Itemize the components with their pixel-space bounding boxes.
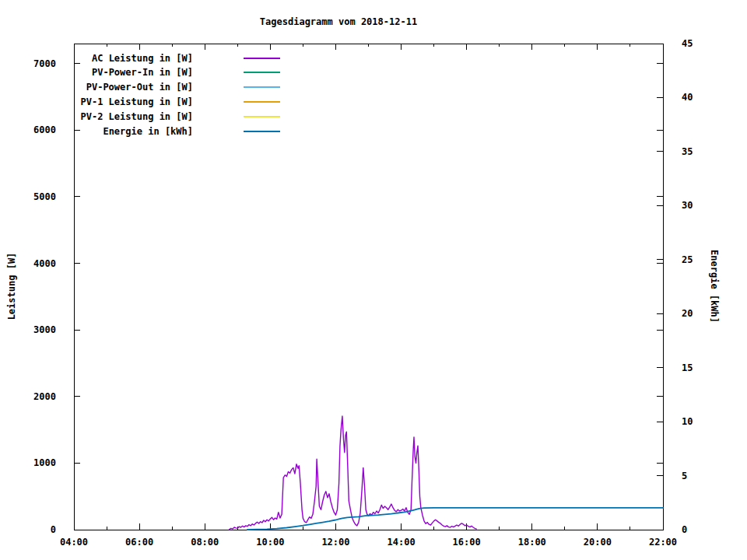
series-line-0 bbox=[230, 416, 477, 530]
legend-label: PV-2 Leistung in [W] bbox=[0, 111, 193, 122]
y-right-tick-label: 35 bbox=[682, 146, 693, 157]
y-right-tick-label: 0 bbox=[682, 524, 687, 535]
y-right-tick-label: 45 bbox=[682, 38, 693, 49]
y-right-tick-label: 10 bbox=[682, 416, 693, 427]
legend-label: AC Leistung in [W] bbox=[0, 53, 193, 64]
y-left-tick-label: 0 bbox=[51, 524, 56, 535]
legend-label: Energie in [kWh] bbox=[0, 126, 193, 137]
x-axis-tick-label: 12:00 bbox=[321, 537, 349, 548]
x-axis-tick-label: 16:00 bbox=[453, 537, 481, 548]
legend-label: PV-Power-Out in [W] bbox=[0, 82, 193, 93]
legend-label: PV-1 Leistung in [W] bbox=[0, 96, 193, 107]
x-axis-tick-label: 06:00 bbox=[125, 537, 153, 548]
y-right-tick-label: 5 bbox=[682, 471, 687, 481]
legend-item: PV-Power-In in [W] bbox=[0, 67, 280, 78]
y-right-tick-label: 15 bbox=[682, 362, 693, 373]
x-axis-tick-label: 20:00 bbox=[584, 537, 612, 548]
legend-line-sample bbox=[244, 58, 280, 59]
y-left-tick-label: 4000 bbox=[33, 258, 56, 269]
legend-line-sample bbox=[244, 131, 280, 132]
legend-item: PV-1 Leistung in [W] bbox=[0, 96, 280, 107]
chart-title: Tagesdiagramm vom 2018-12-11 bbox=[260, 16, 417, 27]
legend-item: PV-Power-Out in [W] bbox=[0, 82, 280, 93]
legend-item: Energie in [kWh] bbox=[0, 126, 280, 137]
x-axis-tick-label: 04:00 bbox=[60, 537, 88, 548]
legend-line-sample bbox=[244, 101, 280, 103]
y-right-tick-label: 30 bbox=[682, 200, 693, 211]
legend-label: PV-Power-In in [W] bbox=[0, 67, 193, 78]
legend-item: PV-2 Leistung in [W] bbox=[0, 111, 280, 122]
legend-line-sample bbox=[244, 86, 280, 88]
y-right-tick-label: 20 bbox=[682, 308, 693, 319]
y-left-tick-label: 5000 bbox=[33, 191, 56, 202]
y-axis-label: Leistung [W] bbox=[6, 253, 17, 320]
y-right-tick-label: 25 bbox=[682, 254, 693, 265]
x-axis-tick-label: 10:00 bbox=[256, 537, 284, 548]
x-axis-tick-label: 14:00 bbox=[387, 537, 415, 548]
y-left-tick-label: 2000 bbox=[33, 391, 56, 402]
chart-canvas: 04:0006:0008:0010:0012:0014:0016:0018:00… bbox=[0, 0, 747, 560]
legend-line-sample bbox=[244, 72, 280, 73]
x-axis-tick-label: 18:00 bbox=[518, 537, 546, 548]
x-axis-tick-label: 22:00 bbox=[649, 537, 677, 548]
legend-line-sample bbox=[244, 116, 280, 117]
y2-axis-label: Energie [kWh] bbox=[709, 250, 720, 323]
y-left-tick-label: 3000 bbox=[33, 324, 56, 335]
y-right-tick-label: 40 bbox=[682, 92, 693, 103]
y-left-tick-label: 1000 bbox=[33, 457, 56, 468]
x-axis-tick-label: 08:00 bbox=[191, 537, 219, 548]
legend-item: AC Leistung in [W] bbox=[0, 52, 280, 63]
